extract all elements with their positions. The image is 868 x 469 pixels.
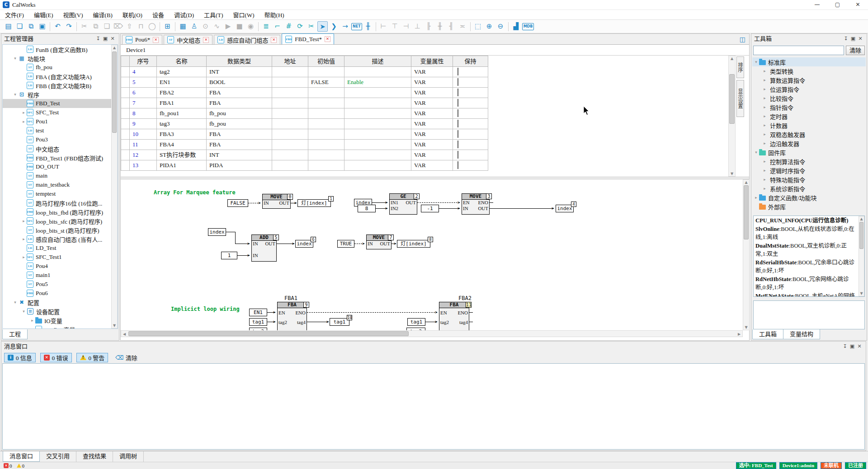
table-cell[interactable]: 11 xyxy=(130,140,157,150)
fbd-vscrollbar[interactable]: ▲▼ xyxy=(743,179,750,330)
project-tree-item[interactable]: STmain_testback xyxy=(3,180,118,189)
project-tree-item[interactable]: ▸IO变量 xyxy=(3,316,118,325)
table-cell[interactable] xyxy=(308,160,344,171)
menu-item[interactable]: 设备 xyxy=(147,10,169,19)
expand-arrow-icon[interactable]: ▸ xyxy=(762,114,768,118)
retain-checkbox[interactable] xyxy=(458,151,458,159)
pin-icon[interactable]: ↧ xyxy=(94,34,102,44)
table-cell[interactable] xyxy=(344,88,411,98)
ff-block-icon[interactable]: ╫ xyxy=(363,21,373,32)
menu-item[interactable]: 编译(B) xyxy=(88,10,118,19)
toolbox-search-input[interactable] xyxy=(753,46,844,55)
column-header[interactable]: 名称 xyxy=(157,56,207,67)
table-cell[interactable]: 4 xyxy=(130,67,157,77)
project-tree-item[interactable]: FBDFBD_Test xyxy=(3,99,118,108)
float-icon[interactable]: ▣ xyxy=(849,34,857,44)
fbd-block-move[interactable]: MOVE3ENENOINOUT xyxy=(462,193,490,215)
maximize-button[interactable]: ▢ xyxy=(827,0,848,9)
column-header[interactable]: 数据类型 xyxy=(207,56,272,67)
table-cell[interactable]: VAR xyxy=(411,140,453,150)
column-header[interactable]: 保持 xyxy=(453,56,488,67)
toolbox-tree-item[interactable]: ▸逻辑时序指令 xyxy=(752,166,866,175)
fbd-io-box[interactable]: 8 xyxy=(358,205,376,212)
table-cell[interactable]: BOOL xyxy=(207,77,272,88)
compile-icon[interactable]: ⊞ xyxy=(162,21,173,32)
close-button[interactable]: ✕ xyxy=(848,0,868,9)
expand-arrow-icon[interactable]: ▾ xyxy=(21,309,27,314)
expand-arrow-icon[interactable]: ▸ xyxy=(762,186,768,191)
fbd-block-fba[interactable]: FBA11ENENOtag2tag4tag3 xyxy=(439,302,469,330)
project-tree-item[interactable]: ST跑马灯程序16位 (16位跑... xyxy=(3,198,118,207)
fbd-canvas[interactable]: Array For Marquee featureImplicict loop … xyxy=(121,179,743,330)
stop-icon[interactable]: ■ xyxy=(234,21,245,32)
column-header[interactable]: 描述 xyxy=(344,56,411,67)
table-cell[interactable] xyxy=(344,67,411,77)
toolbox-bottom-tab[interactable]: 工具箱 xyxy=(752,329,783,339)
mdb-icon[interactable]: MDB xyxy=(522,23,534,30)
table-cell[interactable] xyxy=(121,150,130,160)
project-tree-item[interactable]: STmain1 xyxy=(3,271,118,280)
table-cell[interactable]: Enable xyxy=(344,77,411,88)
project-tree-item[interactable]: STPou3 xyxy=(3,135,118,144)
fbd-block-add[interactable]: ADD5INOUTIN xyxy=(251,234,277,262)
table-cell[interactable]: FBA4 xyxy=(157,140,207,150)
table-cell[interactable]: VAR xyxy=(411,108,453,119)
table-cell[interactable] xyxy=(453,108,488,119)
column-header[interactable] xyxy=(121,56,130,67)
table-cell[interactable]: 8 xyxy=(130,108,157,119)
project-tree-item[interactable]: FBDFBD_Test1 (FBD组态测试) xyxy=(3,153,118,162)
login-icon[interactable]: ♙ xyxy=(189,21,199,32)
expand-arrow-icon[interactable]: ▾ xyxy=(12,300,18,305)
zoom-in-icon[interactable]: ⊕ xyxy=(484,21,495,32)
search-icon[interactable]: ◯ xyxy=(147,21,157,32)
expand-arrow-icon[interactable]: ▸ xyxy=(762,177,768,182)
table-cell[interactable] xyxy=(121,119,130,129)
table-cell[interactable]: PIDA xyxy=(207,160,272,171)
column-header[interactable]: 地址 xyxy=(272,56,308,67)
network-add-icon[interactable]: # xyxy=(283,21,294,32)
table-cell[interactable]: VAR xyxy=(411,77,453,88)
network-insert-icon[interactable]: ⌐ xyxy=(272,21,283,32)
toolbox-tree-item[interactable]: ▸特殊功能指令 xyxy=(752,175,866,184)
fbd-io-box[interactable]: tag1 xyxy=(249,318,267,326)
project-tree-scrollbar[interactable]: ▲▼ xyxy=(111,45,118,328)
table-cell[interactable] xyxy=(272,160,308,171)
table-cell[interactable] xyxy=(344,119,411,129)
toolbox-tree-item[interactable]: ▾标准库 xyxy=(752,57,866,66)
fbd-block-ge[interactable]: GE2IN1OUTIN2 xyxy=(389,193,417,215)
table-cell[interactable] xyxy=(121,108,130,119)
expand-arrow-icon[interactable]: ▸ xyxy=(21,119,27,124)
table-cell[interactable]: 13 xyxy=(130,160,157,171)
menu-item[interactable]: 工具(T) xyxy=(199,10,228,19)
distribute-h-icon[interactable]: ╢ xyxy=(446,21,457,32)
pin-icon[interactable]: ↧ xyxy=(841,342,849,352)
table-cell[interactable] xyxy=(272,129,308,140)
rebuild-icon[interactable]: ⟳ xyxy=(295,21,305,32)
table-cell[interactable]: FALSE xyxy=(308,77,344,88)
cut-icon[interactable]: ✂ xyxy=(79,21,90,32)
table-cell[interactable] xyxy=(272,67,308,77)
undo-icon[interactable]: ↶ xyxy=(52,21,63,32)
retain-checkbox[interactable] xyxy=(458,78,458,86)
expand-arrow-icon[interactable]: ▾ xyxy=(12,92,18,97)
pin-icon[interactable]: ↧ xyxy=(842,34,849,44)
fbd-block-move[interactable]: MOVE0INOUT xyxy=(262,194,291,209)
menu-item[interactable]: 联机(O) xyxy=(118,10,147,19)
expand-arrow-icon[interactable]: ▸ xyxy=(762,105,768,109)
toolbox-tree-item[interactable]: ▸位运算指令 xyxy=(752,84,866,94)
paste-icon[interactable]: ❏ xyxy=(102,21,112,32)
table-cell[interactable] xyxy=(272,108,308,119)
project-tree-item[interactable]: ▸SFCSFC_Test1 xyxy=(3,253,118,262)
project-tree-item[interactable]: ▾⊡程序 xyxy=(3,90,118,99)
column-header[interactable]: 序号^ xyxy=(130,56,157,67)
expand-arrow-icon[interactable]: ▸ xyxy=(762,132,768,136)
table-cell[interactable]: FBA2 xyxy=(157,88,207,98)
close-panel-icon[interactable]: ✕ xyxy=(109,34,116,44)
expand-arrow-icon[interactable]: ▾ xyxy=(12,56,18,61)
table-cell[interactable]: 12 xyxy=(130,150,157,160)
project-tree-item[interactable]: STloop_bits_st (跑马灯程序) xyxy=(3,225,118,234)
toolbox-tree-item[interactable]: ▾固件库 xyxy=(752,148,866,157)
table-cell[interactable]: 9 xyxy=(130,119,157,129)
table-cell[interactable]: VAR xyxy=(411,129,453,140)
table-cell[interactable]: VAR xyxy=(411,150,453,160)
